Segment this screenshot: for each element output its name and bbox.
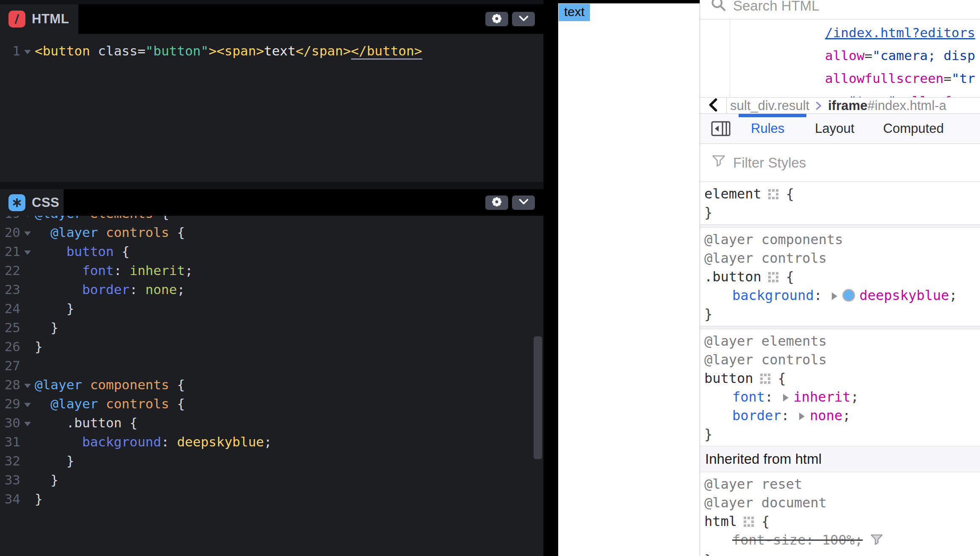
selector-highlighter-icon[interactable] bbox=[768, 272, 778, 282]
markup-line[interactable]: /index.html?editors bbox=[825, 21, 980, 44]
rule-selector[interactable]: .button bbox=[704, 269, 761, 285]
fold-gutter bbox=[20, 432, 35, 451]
editor-preview-divider[interactable] bbox=[543, 0, 558, 556]
fold-gutter bbox=[20, 318, 35, 337]
css-code-area[interactable]: 19@layer elements {20 @layer controls {2… bbox=[0, 216, 543, 509]
filter-property-icon[interactable] bbox=[870, 533, 883, 549]
tab-layout[interactable]: Layout bbox=[802, 121, 867, 136]
code-token bbox=[35, 434, 82, 449]
fold-arrow-icon[interactable] bbox=[20, 41, 35, 61]
rule-selector[interactable]: button bbox=[704, 370, 753, 386]
filter-styles-input[interactable]: Filter Styles bbox=[700, 144, 980, 182]
fold-arrow-icon[interactable] bbox=[20, 375, 35, 394]
css-collapse-button[interactable] bbox=[512, 195, 535, 210]
selector-highlighter-icon[interactable] bbox=[744, 517, 754, 527]
filter-placeholder: Filter Styles bbox=[733, 155, 806, 171]
code-line: 34} bbox=[0, 490, 543, 509]
code-token: text bbox=[264, 43, 296, 58]
style-rule: @layer elements@layer controlsbutton{fon… bbox=[700, 329, 980, 446]
html-code-area[interactable]: 1<button class="button"><span>text</span… bbox=[0, 34, 543, 61]
line-number: 27 bbox=[0, 356, 20, 375]
selector-highlighter-icon[interactable] bbox=[760, 374, 770, 384]
style-rule: @layer components@layer controls.button{… bbox=[700, 228, 980, 326]
expand-arrow-icon[interactable] bbox=[783, 394, 789, 402]
code-line-content: font: inherit; bbox=[35, 261, 193, 280]
property-name[interactable]: border bbox=[732, 407, 781, 424]
triangle-down-icon bbox=[24, 422, 31, 426]
code-token: @layer bbox=[35, 377, 82, 392]
triangle-down-icon bbox=[24, 50, 31, 54]
triangle-down-icon bbox=[24, 384, 31, 388]
css-scrollbar-thumb[interactable] bbox=[534, 336, 542, 459]
fold-arrow-icon[interactable] bbox=[20, 394, 35, 413]
code-line-content: button { bbox=[35, 242, 130, 261]
search-input[interactable]: Search HTML bbox=[700, 0, 980, 19]
selector-line[interactable]: element{ bbox=[704, 184, 980, 203]
color-swatch[interactable] bbox=[842, 289, 855, 302]
expand-arrow-icon[interactable] bbox=[832, 292, 837, 300]
code-line: 24 } bbox=[0, 299, 543, 318]
property-name[interactable]: font bbox=[732, 389, 765, 405]
line-number: 30 bbox=[0, 413, 20, 432]
toggle-sidebar-icon[interactable] bbox=[711, 120, 731, 137]
code-token: = bbox=[138, 43, 146, 58]
overridden-property: font-size: 100%; bbox=[732, 532, 863, 548]
tab-computed[interactable]: Computed bbox=[870, 121, 956, 136]
code-line: 33 } bbox=[0, 471, 543, 490]
rule-selector[interactable]: html bbox=[704, 513, 737, 529]
line-number: 26 bbox=[0, 337, 20, 356]
selector-line[interactable]: button{ bbox=[704, 369, 980, 388]
code-line-content: } bbox=[35, 490, 43, 509]
preview-button[interactable]: text bbox=[559, 4, 590, 21]
tab-rules[interactable]: Rules bbox=[736, 121, 799, 136]
fold-arrow-icon[interactable] bbox=[20, 413, 35, 432]
css-property-line[interactable]: background: deepskyblue; bbox=[704, 286, 980, 305]
css-property-line[interactable]: font-size: 100%; bbox=[704, 531, 980, 550]
property-value[interactable]: inherit bbox=[794, 389, 851, 405]
markup-line[interactable]: allow="camera; disp bbox=[825, 44, 980, 67]
css-tab[interactable]: CSS bbox=[0, 189, 543, 216]
breadcrumb-item-iframe[interactable]: iframe bbox=[828, 98, 867, 113]
property-value[interactable]: 100% bbox=[822, 532, 855, 548]
selector-line[interactable]: .button{ bbox=[704, 267, 980, 286]
search-placeholder: Search HTML bbox=[733, 0, 819, 14]
rule-separator bbox=[700, 224, 980, 228]
layer-line: @layer reset bbox=[704, 475, 980, 493]
preview-body: text bbox=[558, 3, 700, 21]
markup-line[interactable]: allowfullscreen="tr bbox=[825, 67, 980, 90]
code-line-content: } bbox=[35, 471, 58, 490]
gear-icon bbox=[491, 13, 502, 25]
code-line: 31 background: deepskyblue; bbox=[0, 432, 543, 451]
breadcrumb-item-iframe-id[interactable]: #index.html-a bbox=[867, 98, 946, 113]
property-value[interactable]: deepskyblue bbox=[859, 287, 949, 303]
code-token: { bbox=[153, 216, 169, 221]
html-tab[interactable]: HTML bbox=[0, 4, 543, 34]
selector-highlighter-icon[interactable] bbox=[768, 189, 778, 199]
fold-arrow-icon[interactable] bbox=[20, 242, 35, 261]
markup-view[interactable]: /index.html?editorsallow="camera; dispal… bbox=[700, 19, 980, 97]
search-icon bbox=[710, 0, 727, 16]
fold-arrow-icon[interactable] bbox=[20, 216, 35, 223]
css-property-line[interactable]: font: inherit; bbox=[704, 388, 980, 406]
markup-line[interactable]: me="true" allowf bbox=[825, 90, 980, 97]
dot-grid bbox=[768, 272, 771, 275]
property-name[interactable]: font-size bbox=[732, 532, 806, 548]
code-token: "button" bbox=[145, 43, 208, 58]
css-property-line[interactable]: border: none; bbox=[704, 406, 980, 425]
html-collapse-button[interactable] bbox=[512, 12, 535, 26]
html-settings-button[interactable] bbox=[485, 12, 508, 26]
selector-line[interactable]: html{ bbox=[704, 512, 980, 531]
open-brace: { bbox=[786, 269, 794, 285]
breadcrumb-back-button[interactable] bbox=[700, 98, 726, 113]
code-line-content: @layer elements { bbox=[35, 216, 169, 223]
expand-arrow-icon[interactable] bbox=[799, 413, 805, 420]
code-line: 27 bbox=[0, 356, 543, 375]
property-name[interactable]: background bbox=[732, 287, 814, 303]
fold-arrow-icon[interactable] bbox=[20, 223, 35, 242]
breadcrumb-item-result[interactable]: sult_div.result bbox=[730, 98, 809, 113]
open-brace: { bbox=[778, 370, 786, 386]
rule-selector[interactable]: element bbox=[704, 186, 761, 202]
property-value[interactable]: none bbox=[810, 407, 842, 424]
css-settings-button[interactable] bbox=[485, 195, 508, 210]
code-token: ; bbox=[177, 282, 185, 297]
